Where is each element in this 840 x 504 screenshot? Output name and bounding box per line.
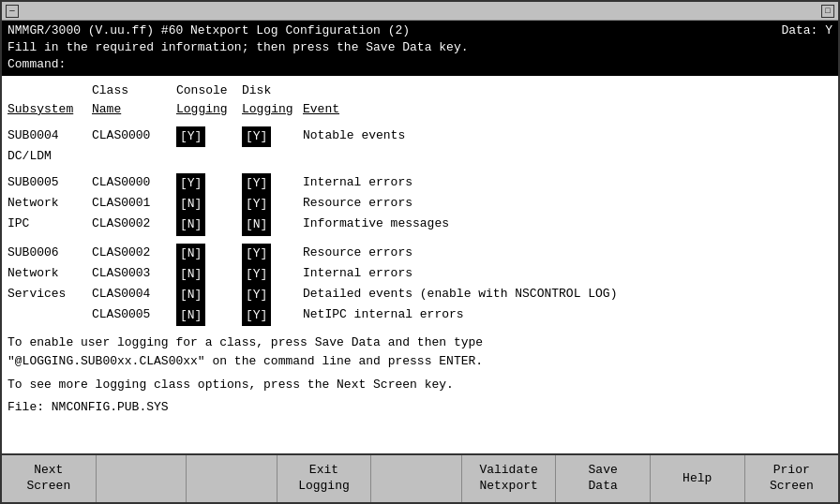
main-area: NMMGR/3000 (V.uu.ff) #60 Netxport Log Co…: [2, 21, 838, 502]
sub0006-disk2[interactable]: [Y]: [242, 285, 303, 305]
col-sub-class: Name: [92, 100, 176, 119]
header-data-flag: Data: Y: [781, 22, 832, 39]
btn-next-screen[interactable]: Next Screen: [2, 455, 97, 502]
maximize-btn[interactable]: □: [821, 5, 834, 18]
sub0006-label: SUB0006: [8, 244, 92, 264]
btn-prior-line1: Prior: [773, 463, 810, 479]
sub0004-label: SUB0004: [8, 126, 92, 147]
sub0005-label: SUB0005: [8, 173, 92, 194]
sub0004-disk[interactable]: [Y]: [242, 126, 303, 147]
btn-f2: [97, 455, 188, 502]
header-command: Command:: [8, 56, 832, 73]
sub0004-console[interactable]: [Y]: [176, 126, 242, 147]
sub0006-event3: NetIPC internal errors: [303, 305, 832, 326]
col-sub-event: Event: [303, 100, 832, 119]
btn-exit-line2: Logging: [298, 479, 350, 495]
sub0005-event1: Resource errors: [303, 194, 832, 215]
sub0005-ipc-label: IPC: [8, 215, 92, 235]
btn-prior-screen[interactable]: Prior Screen: [745, 455, 839, 502]
sub0005-disk0[interactable]: [Y]: [242, 173, 303, 194]
info-line1: To enable user logging for a class, pres…: [8, 334, 832, 352]
sub0005-disk2[interactable]: [N]: [242, 215, 303, 235]
col-header-subsystem: [8, 82, 92, 100]
sub0006-class0: CLAS0002: [92, 244, 176, 264]
col-header-event-top: [303, 82, 832, 100]
sub0006-event1: Internal errors: [303, 264, 832, 285]
sub0006-class3: CLAS0005: [92, 305, 176, 326]
sub0006-disk1[interactable]: [Y]: [242, 264, 303, 285]
col-header-disk-top: Disk: [242, 82, 303, 100]
header-bar: NMMGR/3000 (V.uu.ff) #60 Netxport Log Co…: [2, 21, 838, 76]
btn-save-data[interactable]: Save Data: [556, 455, 651, 502]
sub0005-console0[interactable]: [Y]: [176, 173, 242, 194]
sub0006-empty-label: [8, 305, 92, 326]
info-line3: To see more logging class options, press…: [8, 376, 832, 394]
sub0005-event0: Internal errors: [303, 173, 832, 194]
sub0006-disk3[interactable]: [Y]: [242, 305, 303, 326]
btn-next-screen-line2: Screen: [26, 479, 70, 495]
sub0005-console2[interactable]: [N]: [176, 215, 242, 235]
btn-next-screen-line1: Next: [34, 463, 63, 479]
sub0005-disk1[interactable]: [Y]: [242, 194, 303, 215]
sub0006-event0: Resource errors: [303, 244, 832, 264]
btn-save-line2: Data: [589, 479, 618, 495]
sub0005-class1: CLAS0001: [92, 194, 176, 215]
btn-exit-line1: Exit: [309, 463, 338, 479]
sub0004-event: Notable events: [303, 126, 832, 147]
btn-validate[interactable]: Validate Netxport: [462, 455, 557, 502]
btn-help-line1: Help: [682, 471, 712, 487]
title-bar: — □: [2, 2, 838, 21]
col-sub-subsystem: Subsystem: [8, 100, 92, 119]
file-line: File: NMCONFIG.PUB.SYS: [8, 398, 832, 417]
col-sub-console: Logging: [176, 100, 242, 119]
sub0006-disk0[interactable]: [Y]: [242, 244, 303, 264]
sub0005-class0: CLAS0000: [92, 173, 176, 194]
footer-bar: Next Screen Exit Logging Validate Netxpo…: [2, 453, 838, 502]
btn-f5: [371, 455, 462, 502]
sub0005-console1[interactable]: [N]: [176, 194, 242, 215]
main-window: — □ NMMGR/3000 (V.uu.ff) #60 Netxport Lo…: [0, 0, 840, 504]
header-title: NMMGR/3000 (V.uu.ff) #60 Netxport Log Co…: [8, 22, 410, 39]
sub0006-network-label: Network: [8, 264, 92, 285]
sub0006-console2[interactable]: [N]: [176, 285, 242, 305]
sub0004-sub-label: DC/LDM: [8, 147, 92, 166]
sub0006-console0[interactable]: [N]: [176, 244, 242, 264]
btn-prior-line2: Screen: [770, 479, 814, 495]
sub0006-console3[interactable]: [N]: [176, 305, 242, 326]
minimize-btn[interactable]: —: [6, 5, 19, 18]
sub0006-console1[interactable]: [N]: [176, 264, 242, 285]
btn-exit-logging[interactable]: Exit Logging: [278, 455, 372, 502]
col-sub-disk: Logging: [242, 100, 303, 119]
sub0005-event2: Informative messages: [303, 215, 832, 235]
btn-save-line1: Save: [589, 463, 618, 479]
info-text-block: To enable user logging for a class, pres…: [8, 334, 832, 394]
btn-validate-line1: Validate: [479, 463, 537, 479]
btn-f3: [187, 455, 278, 502]
sub0004-class: CLAS0000: [92, 126, 176, 147]
info-line2: "@LOGGING.SUB00xx.CLAS00xx" on the comma…: [8, 352, 832, 371]
btn-help[interactable]: Help: [651, 455, 745, 502]
sub0006-event2: Detailed events (enable with NSCONTROL L…: [303, 285, 832, 305]
sub0005-network-label: Network: [8, 194, 92, 215]
sub0006-services-label: Services: [8, 285, 92, 305]
header-instruction: Fill in the required information; then p…: [8, 39, 832, 56]
sub0005-class2: CLAS0002: [92, 215, 176, 235]
col-header-class-top: Class: [92, 82, 176, 100]
sub0006-class2: CLAS0004: [92, 285, 176, 305]
col-header-console-top: Console: [176, 82, 242, 100]
btn-validate-line2: Netxport: [479, 479, 537, 495]
content-area: Class Console Disk Subsystem Name Loggin…: [2, 76, 838, 453]
sub0006-class1: CLAS0003: [92, 264, 176, 285]
